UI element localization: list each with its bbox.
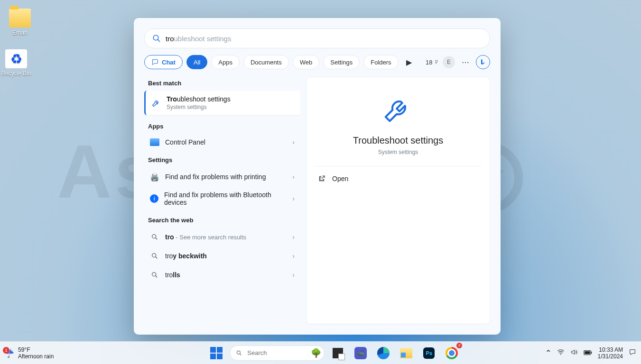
more-options[interactable]: ⋯ bbox=[459, 55, 472, 69]
task-view-button[interactable] bbox=[328, 344, 347, 363]
search-icon bbox=[150, 251, 159, 261]
result-label: Control Panel bbox=[165, 138, 287, 146]
svg-line-3 bbox=[156, 238, 157, 239]
section-apps: Apps bbox=[144, 120, 300, 134]
recycle-bin-icon bbox=[5, 49, 27, 68]
chevron-right-icon: › bbox=[292, 173, 295, 181]
web-result-1[interactable]: troy beckwith › bbox=[144, 246, 300, 265]
best-match-subtitle: System settings bbox=[167, 104, 231, 110]
taskbar-file-explorer[interactable] bbox=[397, 344, 416, 363]
web-result-0[interactable]: tro - See more search results › bbox=[144, 228, 300, 246]
svg-rect-12 bbox=[585, 351, 590, 354]
tab-documents[interactable]: Documents bbox=[243, 55, 289, 69]
taskbar-clock[interactable]: 10:33 AM 1/31/2024 bbox=[598, 346, 623, 360]
start-search-window: troubleshoot settings Chat All Apps Docu… bbox=[134, 18, 501, 335]
search-icon bbox=[152, 34, 161, 43]
desktop-folder-label: Eman bbox=[1, 29, 39, 36]
tray-notifications-icon[interactable] bbox=[629, 348, 636, 358]
best-match-title: Troubleshoot settings bbox=[167, 95, 231, 103]
chevron-right-icon: › bbox=[292, 252, 295, 260]
search-icon bbox=[236, 350, 242, 356]
folder-icon bbox=[9, 9, 31, 27]
weather-desc: Afternoon rain bbox=[18, 353, 54, 360]
taskbar-photoshop[interactable]: Ps bbox=[419, 344, 438, 363]
file-explorer-icon bbox=[400, 348, 412, 358]
result-label: troy beckwith bbox=[165, 252, 287, 260]
bluetooth-icon: ᚼ bbox=[150, 194, 158, 203]
desktop-recycle-label: Recycle Bin bbox=[0, 70, 35, 77]
tray-overflow-chevron[interactable]: ⌃ bbox=[545, 348, 551, 357]
taskbar-chrome[interactable]: 2 bbox=[442, 344, 461, 363]
section-best-match: Best match bbox=[144, 77, 300, 91]
weather-temp: 59°F bbox=[18, 346, 54, 353]
taskbar-weather-widget[interactable]: ☔1 59°F Afternoon rain bbox=[0, 346, 123, 360]
preview-title: Troubleshoot settings bbox=[353, 135, 443, 146]
svg-rect-13 bbox=[591, 351, 592, 354]
bing-icon bbox=[479, 58, 487, 66]
tab-web[interactable]: Web bbox=[293, 55, 320, 69]
preview-open-action[interactable]: Open bbox=[315, 171, 481, 186]
result-label: trolls bbox=[165, 271, 287, 279]
svg-line-1 bbox=[158, 39, 160, 42]
taskbar-search[interactable]: Search 🌳 bbox=[230, 346, 325, 361]
search-input[interactable]: troubleshoot settings bbox=[144, 28, 490, 48]
rewards-icon bbox=[434, 59, 439, 65]
chrome-icon bbox=[446, 347, 458, 359]
result-fix-printing[interactable]: 🖨️ Find and fix problems with printing › bbox=[144, 167, 300, 186]
web-result-2[interactable]: trolls › bbox=[144, 265, 300, 284]
bing-chat-icon bbox=[151, 58, 159, 66]
open-external-icon bbox=[318, 175, 325, 182]
chrome-notification-badge: 2 bbox=[456, 343, 462, 348]
tab-apps[interactable]: Apps bbox=[211, 55, 240, 69]
result-fix-bluetooth[interactable]: ᚼ Find and fix problems with Bluetooth d… bbox=[144, 186, 300, 211]
taskbar: ☔1 59°F Afternoon rain Search 🌳 Ps 2 ⌃ bbox=[0, 341, 641, 364]
svg-point-2 bbox=[152, 235, 156, 238]
results-left-column: Best match Troubleshoot settings System … bbox=[144, 77, 300, 324]
taskbar-systray: ⌃ 10:33 AM 1/31/2024 bbox=[545, 346, 641, 360]
tab-settings[interactable]: Settings bbox=[323, 55, 360, 69]
desktop-recycle-bin[interactable]: Recycle Bin bbox=[0, 49, 35, 77]
tray-volume-icon[interactable] bbox=[570, 348, 578, 358]
tab-folders[interactable]: Folders bbox=[363, 55, 398, 69]
best-match-result[interactable]: Troubleshoot settings System settings bbox=[144, 91, 300, 115]
svg-line-9 bbox=[240, 354, 242, 355]
result-label: tro - See more search results bbox=[165, 233, 287, 241]
tab-chat[interactable]: Chat bbox=[144, 55, 183, 69]
result-control-panel[interactable]: Control Panel › bbox=[144, 134, 300, 151]
result-label: Find and fix problems with printing bbox=[165, 173, 287, 181]
chat-icon bbox=[354, 347, 367, 359]
chevron-right-icon: › bbox=[292, 195, 295, 202]
taskbar-center: Search 🌳 Ps 2 bbox=[123, 344, 545, 363]
chevron-right-icon: › bbox=[292, 233, 295, 241]
search-icon bbox=[150, 270, 159, 280]
divider bbox=[315, 166, 481, 166]
chevron-right-icon: › bbox=[292, 138, 295, 146]
preview-pane: Troubleshoot settings System settings Op… bbox=[306, 77, 490, 324]
preview-subtitle: System settings bbox=[378, 149, 418, 155]
open-bing[interactable] bbox=[476, 55, 490, 69]
svg-point-4 bbox=[152, 254, 156, 257]
desktop-folder-eman[interactable]: Eman bbox=[1, 9, 39, 36]
tabs-overflow-next[interactable]: ▶ bbox=[402, 55, 416, 69]
wrench-icon bbox=[381, 93, 415, 128]
search-highlight-icon: 🌳 bbox=[311, 348, 321, 358]
edge-icon bbox=[377, 347, 390, 359]
printer-icon: 🖨️ bbox=[150, 172, 159, 182]
windows-logo-icon bbox=[210, 347, 223, 359]
svg-line-7 bbox=[156, 276, 157, 277]
taskbar-edge[interactable] bbox=[374, 344, 393, 363]
svg-point-10 bbox=[560, 354, 561, 355]
rewards-points[interactable]: 18 bbox=[426, 55, 439, 69]
svg-point-6 bbox=[152, 273, 156, 276]
chevron-right-icon: › bbox=[292, 271, 295, 279]
start-button[interactable] bbox=[207, 344, 226, 363]
tab-all[interactable]: All bbox=[186, 55, 207, 69]
result-label: Find and fix problems with Bluetooth dev… bbox=[164, 191, 287, 206]
task-view-icon bbox=[333, 348, 343, 358]
svg-line-5 bbox=[156, 257, 157, 258]
taskbar-chat[interactable] bbox=[351, 344, 370, 363]
tray-wifi-icon[interactable] bbox=[557, 348, 565, 358]
account-avatar[interactable]: E bbox=[443, 56, 455, 68]
tray-battery-icon[interactable] bbox=[584, 349, 592, 357]
preview-open-label: Open bbox=[332, 175, 348, 182]
